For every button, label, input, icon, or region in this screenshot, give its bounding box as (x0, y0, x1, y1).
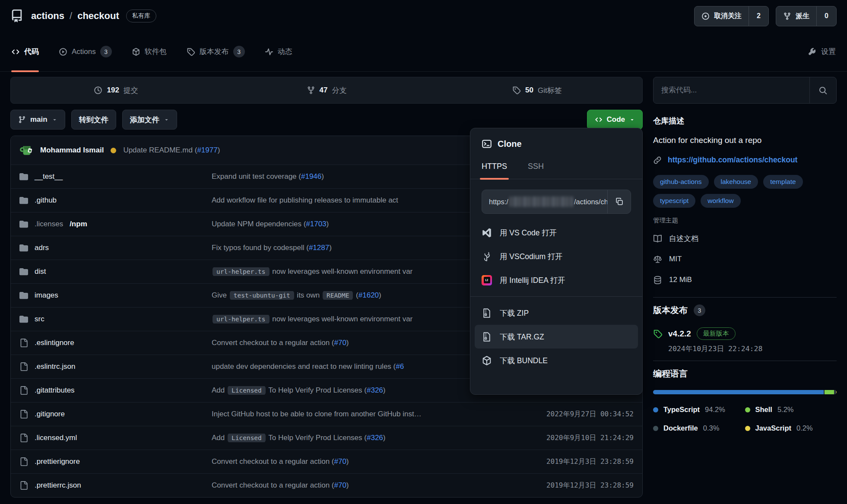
fork-button[interactable]: 派生 0 (776, 6, 837, 26)
tab-actions[interactable]: Actions 3 (59, 32, 112, 71)
commit-status-dot[interactable] (111, 148, 116, 153)
license-link[interactable]: MIT (653, 249, 837, 269)
avatar[interactable] (19, 143, 34, 158)
file-name[interactable]: .gitattributes (35, 386, 75, 395)
download-zip-item[interactable]: 下载 ZIP (475, 301, 638, 325)
message-text: Add workflow file for publishing release… (212, 196, 398, 204)
file-name[interactable]: .github (35, 196, 57, 205)
stat-branches[interactable]: 47分支 (221, 77, 431, 103)
file-name[interactable]: .eslintignore (35, 339, 74, 347)
topic-tag[interactable]: github-actions (653, 175, 709, 189)
table-row[interactable]: .prettierignoreConvert checkout to a reg… (11, 450, 642, 473)
download-targz-item[interactable]: 下载 TAR.GZ (475, 325, 638, 349)
topic-tag[interactable]: lakehouse (714, 175, 758, 189)
manage-topics-link[interactable]: 管理主题 (653, 216, 837, 225)
zip-file-icon (482, 308, 492, 318)
commit-message[interactable]: Update README.md (#1977) (123, 146, 220, 155)
unwatch-button[interactable]: 取消关注 2 (694, 6, 769, 26)
breadcrumb-owner[interactable]: actions (31, 10, 64, 22)
release-version[interactable]: v4.2.2 (668, 329, 691, 339)
database-icon (653, 276, 662, 285)
repo-description: Action for checking out a repo (653, 136, 837, 145)
file-name[interactable]: src (35, 315, 44, 323)
download-bundle-item[interactable]: 下载 BUNDLE (475, 349, 638, 372)
file-name[interactable]: .prettierignore (35, 457, 80, 466)
file-icon (19, 434, 28, 442)
file-name[interactable]: .licenses (35, 220, 63, 228)
table-row[interactable]: .licensed.ymlAdd Licensed To Help Verify… (11, 426, 642, 450)
file-name[interactable]: adrs (35, 244, 49, 252)
file-name[interactable]: /npm (70, 220, 87, 228)
tab-code[interactable]: 代码 (11, 32, 39, 71)
message-text: To Help Verify Prod Licenses ( (266, 434, 367, 442)
language-legend-item[interactable]: JavaScript0.2% (745, 424, 837, 432)
open-idea-item[interactable]: IJ 用 Intellij IDEA 打开 (475, 268, 638, 292)
issue-link[interactable]: #70 (334, 457, 346, 466)
issue-link[interactable]: #70 (334, 339, 346, 347)
stat-tags[interactable]: 50Git标签 (432, 77, 642, 103)
open-vscodium-item[interactable]: 用 VSCodium 打开 (475, 244, 638, 268)
fork-count[interactable]: 0 (816, 6, 836, 26)
issue-link[interactable]: #6 (396, 362, 404, 371)
search-button[interactable] (809, 77, 836, 103)
file-name[interactable]: images (35, 291, 58, 300)
file-name[interactable]: __test__ (35, 172, 63, 181)
issue-link[interactable]: #1946 (301, 172, 321, 181)
topic-tag[interactable]: typescript (653, 194, 695, 208)
readme-link[interactable]: 自述文档 (653, 228, 837, 249)
issue-link[interactable]: #1977 (197, 146, 217, 154)
file-name[interactable]: .prettierrc.json (35, 481, 81, 490)
releases-heading[interactable]: 版本发布 3 (653, 304, 837, 316)
commit-author[interactable]: Mohammad Ismail (40, 146, 104, 155)
search-icon (818, 86, 828, 95)
issue-link[interactable]: #70 (334, 481, 346, 489)
add-file-button[interactable]: 添加文件 (122, 110, 177, 130)
message-text: ) (218, 146, 220, 154)
commit-message: Convert checkout to a regular action (#7… (212, 481, 519, 490)
breadcrumb-repo[interactable]: checkout (77, 10, 119, 22)
branch-selector[interactable]: main (10, 110, 65, 130)
search-input[interactable] (653, 77, 809, 103)
tab-settings[interactable]: 设置 (809, 47, 836, 57)
tab-activity[interactable]: 动态 (265, 32, 292, 71)
language-legend-item[interactable]: Dockerfile0.3% (653, 424, 745, 432)
watch-count[interactable]: 2 (749, 6, 768, 26)
open-vscode-item[interactable]: 用 VS Code 打开 (475, 221, 638, 244)
issue-link[interactable]: #326 (367, 434, 383, 442)
goto-file-button[interactable]: 转到文件 (71, 110, 116, 130)
table-row[interactable]: .gitignoreInject GitHub host to be able … (11, 402, 642, 426)
file-name[interactable]: .licensed.yml (35, 434, 77, 442)
topic-tag[interactable]: template (763, 175, 803, 189)
tab-packages[interactable]: 软件包 (132, 32, 167, 71)
breadcrumb: actions / checkout (31, 10, 119, 22)
tab-https[interactable]: HTTPS (482, 162, 507, 179)
code-dropdown-button[interactable]: Code (587, 110, 643, 130)
website-row: https://github.com/actions/checkout (653, 155, 837, 165)
message-text: Convert checkout to a regular action ( (212, 457, 334, 466)
message-text: ) (346, 339, 349, 347)
issue-link[interactable]: #1620 (358, 291, 379, 299)
issue-link[interactable]: #1703 (306, 220, 326, 228)
language-legend-item[interactable]: TypeScript94.2% (653, 406, 745, 414)
folder-icon (19, 172, 28, 181)
file-name[interactable]: .eslintrc.json (35, 362, 75, 371)
copy-url-button[interactable] (607, 190, 631, 213)
commit-date: 2020年9月10日 21:24:29 (519, 434, 634, 443)
message-text: now leverages well-known environment var (270, 267, 413, 276)
intellij-idea-icon: IJ (482, 275, 492, 285)
website-link[interactable]: https://github.com/actions/checkout (668, 155, 797, 165)
tab-ssh[interactable]: SSH (528, 162, 544, 179)
file-name[interactable]: dist (35, 267, 46, 276)
issue-link[interactable]: #326 (367, 386, 383, 394)
file-icon (19, 410, 28, 418)
file-name[interactable]: .gitignore (35, 410, 65, 418)
tab-releases[interactable]: 版本发布 3 (187, 32, 245, 71)
issue-link[interactable]: #1287 (309, 244, 329, 252)
repo-tabbar: 代码 Actions 3 软件包 版本发布 3 动态 设置 (0, 32, 847, 72)
language-legend-item[interactable]: Shell5.2% (745, 406, 837, 414)
table-row[interactable]: .prettierrc.jsonConvert checkout to a re… (11, 473, 642, 497)
stat-commits[interactable]: 192提交 (11, 77, 221, 103)
topic-tag[interactable]: workflow (701, 194, 740, 208)
clone-url-input[interactable]: https://actions/ch (482, 190, 607, 213)
zip-file-icon (482, 332, 492, 342)
